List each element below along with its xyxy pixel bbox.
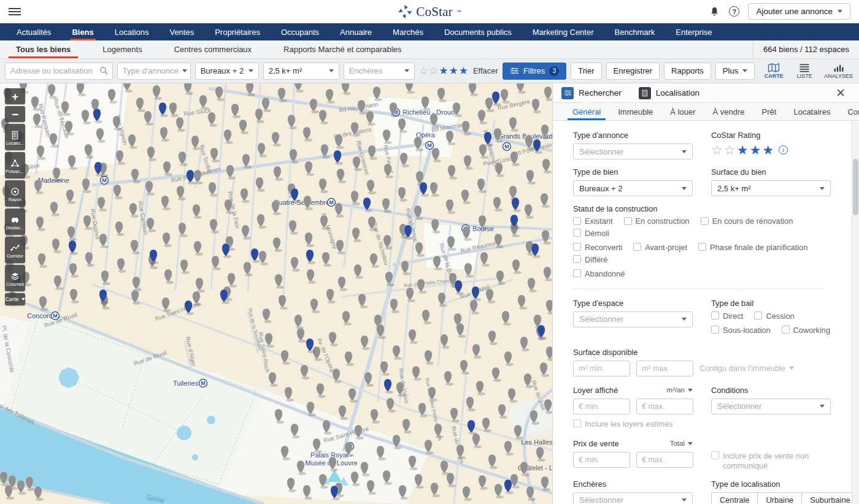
star-filled-icon[interactable]: ★: [737, 143, 750, 156]
view-carte[interactable]: CARTE: [763, 63, 785, 79]
nav-item-benchmark[interactable]: Benchmark: [604, 23, 666, 40]
nav-item-march-s[interactable]: Marchés: [382, 23, 434, 40]
construction-abandonné-checkbox[interactable]: Abandonné: [573, 269, 625, 279]
nav-item-annuaire[interactable]: Annuaire: [329, 23, 382, 40]
deplacement-button[interactable]: Déplac...: [5, 208, 25, 235]
subnav-item-rapports-march-et-comparables[interactable]: Rapports Marché et comparables: [268, 40, 417, 58]
prix-max-input[interactable]: [636, 452, 693, 468]
subnav-item-tous-les-biens[interactable]: Tous les biens: [0, 40, 87, 58]
nav-item-biens[interactable]: Biens: [61, 23, 104, 40]
surface-filter[interactable]: 2,5 k+ m²: [263, 63, 339, 80]
panel-scrollbar[interactable]: [852, 121, 859, 504]
close-panel-icon[interactable]: ✕: [836, 87, 850, 99]
construction-phase-finale-de-planification-checkbox[interactable]: Phase finale de planification: [698, 243, 807, 253]
star-filled-icon[interactable]: ★: [449, 66, 458, 76]
loyer-unit-dropdown[interactable]: m²/an: [667, 386, 693, 394]
conditions-select[interactable]: Sélectionner: [711, 399, 831, 414]
filters-button[interactable]: Filtres 3: [503, 63, 566, 80]
construction-en-cours-de-rénovation-checkbox[interactable]: En cours de rénovation: [701, 216, 793, 226]
nav-item-actualit-s[interactable]: Actualités: [6, 23, 61, 40]
type-bien-filter[interactable]: Bureaux + 2: [195, 63, 259, 80]
contiguous-dropdown[interactable]: Contigu dans l'immeuble: [699, 364, 794, 373]
construction-existant-checkbox[interactable]: Existant: [573, 216, 613, 226]
save-button[interactable]: Enregistrer: [606, 63, 660, 80]
star-empty-icon[interactable]: ☆: [429, 66, 439, 76]
sort-button[interactable]: Trier: [571, 63, 601, 80]
loyer-max-input[interactable]: [636, 399, 693, 414]
panel-tab-à-louer[interactable]: À louer: [661, 103, 704, 120]
star-filled-icon[interactable]: ★: [762, 143, 775, 156]
help-icon[interactable]: ?: [729, 6, 739, 17]
include-undisclosed-price-checkbox[interactable]: Inclure prix de vente non communiqué: [711, 451, 828, 471]
construction-différé-checkbox[interactable]: Différé: [573, 255, 607, 265]
encheres-filter[interactable]: Enchères: [344, 63, 415, 80]
view-analyses[interactable]: ANALYSES: [824, 63, 853, 79]
scrollbar-thumb[interactable]: [853, 159, 858, 215]
star-filled-icon[interactable]: ★: [749, 143, 762, 156]
panel-tab-à-vendre[interactable]: À vendre: [704, 103, 753, 120]
bail-coworking-checkbox[interactable]: Coworking: [782, 326, 830, 335]
rating-filter-stars[interactable]: ☆☆★★★: [419, 66, 469, 76]
star-empty-icon[interactable]: ☆: [724, 143, 737, 156]
nav-item-marketing-center[interactable]: Marketing Center: [522, 23, 604, 40]
panel-tab-locataires[interactable]: Locataires: [785, 103, 839, 120]
nav-item-occupants[interactable]: Occupants: [271, 23, 329, 40]
bail-direct-checkbox[interactable]: Direct: [711, 311, 743, 321]
construction-reconverti-checkbox[interactable]: Reconverti: [573, 243, 622, 253]
type-espace-select[interactable]: Sélectionner: [573, 311, 693, 327]
type-annonce-filter[interactable]: Type d'annonce: [117, 63, 191, 80]
couches-button[interactable]: Couches: [5, 265, 25, 291]
type-annonce-select[interactable]: Sélectionner: [573, 143, 693, 159]
star-empty-icon[interactable]: ☆: [711, 143, 724, 156]
surface-max-input[interactable]: [636, 361, 693, 376]
panel-tab-immeuble[interactable]: Immeuble: [609, 103, 661, 120]
panel-tab-prêt[interactable]: Prêt: [753, 103, 785, 120]
search-input[interactable]: [5, 63, 113, 80]
nav-item-propri-taires[interactable]: Propriétaires: [204, 23, 271, 40]
panel-tab-général[interactable]: Général: [564, 103, 609, 120]
construction-en-construction-checkbox[interactable]: En construction: [624, 216, 690, 226]
zoom-in-button[interactable]: +: [5, 88, 25, 104]
star-empty-icon[interactable]: ☆: [419, 66, 429, 76]
hamburger-menu-icon[interactable]: [9, 8, 21, 15]
panel-tab-contacts[interactable]: Contacts: [839, 103, 859, 120]
star-filled-icon[interactable]: ★: [459, 66, 469, 76]
include-estimated-rents-checkbox[interactable]: Inclure les loyers estimés: [573, 419, 823, 429]
more-button[interactable]: Plus: [715, 63, 755, 80]
reports-button[interactable]: Rapports: [664, 63, 711, 80]
localiser-button[interactable]: Localis...: [5, 124, 25, 150]
surface-bien-select[interactable]: 2,5 k+ m²: [711, 180, 831, 196]
polygone-button[interactable]: Polygone: [5, 152, 25, 178]
tab-localisation[interactable]: Localisation: [639, 83, 711, 102]
location-type-centrale[interactable]: Centrale: [711, 492, 758, 504]
map-canvas[interactable]: Bd HaussmannRue BergèreBd des ItaliensBd…: [0, 83, 552, 504]
bail-sous-location-checkbox[interactable]: Sous-location: [711, 326, 771, 335]
encheres-select[interactable]: Sélectionner: [573, 492, 693, 504]
clear-filters-link[interactable]: Effacer: [473, 66, 498, 75]
surface-min-input[interactable]: [573, 361, 630, 376]
star-filled-icon[interactable]: ★: [439, 66, 449, 76]
info-icon[interactable]: i: [779, 145, 788, 155]
type-bien-select[interactable]: Bureaux + 2: [573, 180, 693, 196]
nav-item-ventes[interactable]: Ventes: [159, 23, 204, 40]
subnav-item-centres-commerciaux[interactable]: Centres commerciaux: [158, 40, 268, 58]
nav-item-enterprise[interactable]: Enterprise: [665, 23, 722, 40]
corridor-button[interactable]: Corridor: [5, 237, 25, 263]
subnav-item-logements[interactable]: Logements: [87, 40, 158, 58]
carte-style-button[interactable]: Carte: [5, 293, 25, 305]
nav-item-locations[interactable]: Locations: [104, 23, 160, 40]
construction-avant-projet-checkbox[interactable]: Avant-projet: [633, 243, 687, 253]
add-listing-button[interactable]: Ajouter une annonce: [748, 3, 850, 20]
prix-unit-dropdown[interactable]: Total: [670, 440, 693, 447]
zoom-out-button[interactable]: −: [5, 106, 25, 122]
rayon-button[interactable]: Rayon: [5, 180, 25, 207]
bail-cession-checkbox[interactable]: Cession: [754, 311, 794, 321]
prix-min-input[interactable]: [573, 452, 630, 468]
loyer-min-input[interactable]: [573, 399, 630, 414]
tab-rechercher[interactable]: Rechercher: [561, 83, 633, 102]
construction-démoli-checkbox[interactable]: Démoli: [573, 229, 609, 239]
location-type-urbaine[interactable]: Urbaine: [758, 492, 802, 504]
nav-item-documents-publics[interactable]: Documents publics: [434, 23, 522, 40]
location-type-suburbaine[interactable]: Suburbaine: [802, 492, 858, 504]
view-liste[interactable]: LISTE: [793, 63, 815, 79]
